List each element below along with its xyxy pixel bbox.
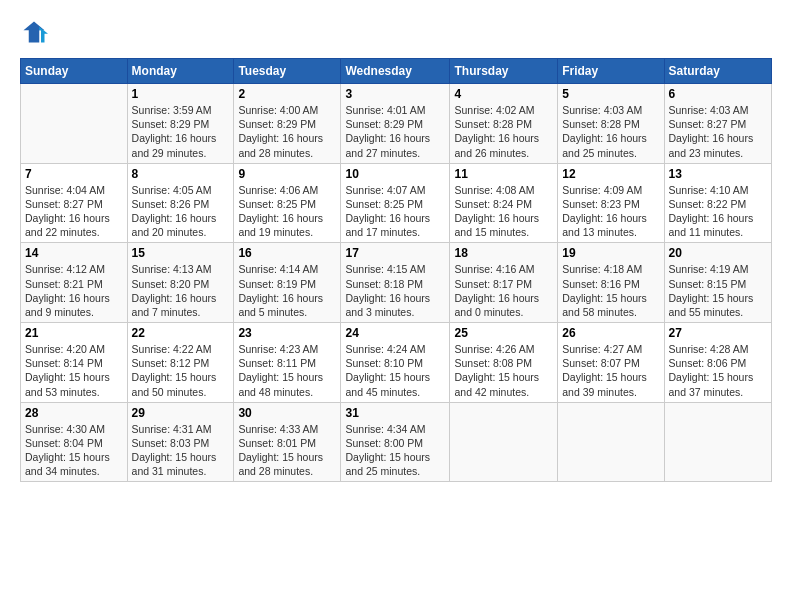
day-number: 21 <box>25 326 123 340</box>
day-number: 29 <box>132 406 230 420</box>
day-number: 28 <box>25 406 123 420</box>
day-details: Sunrise: 4:14 AM Sunset: 8:19 PM Dayligh… <box>238 262 336 319</box>
calendar-cell: 18Sunrise: 4:16 AM Sunset: 8:17 PM Dayli… <box>450 243 558 323</box>
week-row-2: 7Sunrise: 4:04 AM Sunset: 8:27 PM Daylig… <box>21 163 772 243</box>
day-number: 31 <box>345 406 445 420</box>
day-details: Sunrise: 4:03 AM Sunset: 8:28 PM Dayligh… <box>562 103 659 160</box>
day-details: Sunrise: 4:10 AM Sunset: 8:22 PM Dayligh… <box>669 183 767 240</box>
calendar-cell: 27Sunrise: 4:28 AM Sunset: 8:06 PM Dayli… <box>664 323 771 403</box>
calendar-cell: 7Sunrise: 4:04 AM Sunset: 8:27 PM Daylig… <box>21 163 128 243</box>
calendar-cell: 28Sunrise: 4:30 AM Sunset: 8:04 PM Dayli… <box>21 402 128 482</box>
logo-icon <box>20 18 48 46</box>
day-details: Sunrise: 4:24 AM Sunset: 8:10 PM Dayligh… <box>345 342 445 399</box>
day-number: 20 <box>669 246 767 260</box>
calendar-cell: 19Sunrise: 4:18 AM Sunset: 8:16 PM Dayli… <box>558 243 664 323</box>
day-number: 1 <box>132 87 230 101</box>
week-row-5: 28Sunrise: 4:30 AM Sunset: 8:04 PM Dayli… <box>21 402 772 482</box>
day-number: 4 <box>454 87 553 101</box>
calendar-cell: 21Sunrise: 4:20 AM Sunset: 8:14 PM Dayli… <box>21 323 128 403</box>
calendar-cell: 12Sunrise: 4:09 AM Sunset: 8:23 PM Dayli… <box>558 163 664 243</box>
day-details: Sunrise: 4:15 AM Sunset: 8:18 PM Dayligh… <box>345 262 445 319</box>
day-number: 6 <box>669 87 767 101</box>
calendar-cell: 8Sunrise: 4:05 AM Sunset: 8:26 PM Daylig… <box>127 163 234 243</box>
day-number: 13 <box>669 167 767 181</box>
day-details: Sunrise: 4:31 AM Sunset: 8:03 PM Dayligh… <box>132 422 230 479</box>
calendar-table: SundayMondayTuesdayWednesdayThursdayFrid… <box>20 58 772 482</box>
day-number: 5 <box>562 87 659 101</box>
day-details: Sunrise: 4:28 AM Sunset: 8:06 PM Dayligh… <box>669 342 767 399</box>
weekday-header-sunday: Sunday <box>21 59 128 84</box>
day-number: 12 <box>562 167 659 181</box>
week-row-1: 1Sunrise: 3:59 AM Sunset: 8:29 PM Daylig… <box>21 84 772 164</box>
calendar-cell: 25Sunrise: 4:26 AM Sunset: 8:08 PM Dayli… <box>450 323 558 403</box>
day-details: Sunrise: 4:30 AM Sunset: 8:04 PM Dayligh… <box>25 422 123 479</box>
calendar-cell: 24Sunrise: 4:24 AM Sunset: 8:10 PM Dayli… <box>341 323 450 403</box>
calendar-cell: 29Sunrise: 4:31 AM Sunset: 8:03 PM Dayli… <box>127 402 234 482</box>
day-number: 27 <box>669 326 767 340</box>
svg-marker-1 <box>39 27 48 43</box>
day-details: Sunrise: 4:07 AM Sunset: 8:25 PM Dayligh… <box>345 183 445 240</box>
calendar-cell: 9Sunrise: 4:06 AM Sunset: 8:25 PM Daylig… <box>234 163 341 243</box>
day-number: 17 <box>345 246 445 260</box>
day-number: 18 <box>454 246 553 260</box>
calendar-cell: 5Sunrise: 4:03 AM Sunset: 8:28 PM Daylig… <box>558 84 664 164</box>
day-details: Sunrise: 4:23 AM Sunset: 8:11 PM Dayligh… <box>238 342 336 399</box>
day-details: Sunrise: 4:20 AM Sunset: 8:14 PM Dayligh… <box>25 342 123 399</box>
calendar-cell: 23Sunrise: 4:23 AM Sunset: 8:11 PM Dayli… <box>234 323 341 403</box>
day-number: 2 <box>238 87 336 101</box>
day-details: Sunrise: 4:06 AM Sunset: 8:25 PM Dayligh… <box>238 183 336 240</box>
day-number: 14 <box>25 246 123 260</box>
calendar-cell: 4Sunrise: 4:02 AM Sunset: 8:28 PM Daylig… <box>450 84 558 164</box>
day-details: Sunrise: 4:00 AM Sunset: 8:29 PM Dayligh… <box>238 103 336 160</box>
calendar-cell <box>558 402 664 482</box>
calendar-cell: 14Sunrise: 4:12 AM Sunset: 8:21 PM Dayli… <box>21 243 128 323</box>
day-number: 19 <box>562 246 659 260</box>
day-details: Sunrise: 4:22 AM Sunset: 8:12 PM Dayligh… <box>132 342 230 399</box>
day-details: Sunrise: 4:27 AM Sunset: 8:07 PM Dayligh… <box>562 342 659 399</box>
day-details: Sunrise: 4:04 AM Sunset: 8:27 PM Dayligh… <box>25 183 123 240</box>
day-details: Sunrise: 4:26 AM Sunset: 8:08 PM Dayligh… <box>454 342 553 399</box>
calendar-cell: 31Sunrise: 4:34 AM Sunset: 8:00 PM Dayli… <box>341 402 450 482</box>
day-details: Sunrise: 4:13 AM Sunset: 8:20 PM Dayligh… <box>132 262 230 319</box>
day-details: Sunrise: 4:01 AM Sunset: 8:29 PM Dayligh… <box>345 103 445 160</box>
day-number: 26 <box>562 326 659 340</box>
weekday-header-friday: Friday <box>558 59 664 84</box>
day-number: 30 <box>238 406 336 420</box>
weekday-header-wednesday: Wednesday <box>341 59 450 84</box>
logo <box>20 18 50 46</box>
calendar-cell <box>664 402 771 482</box>
day-details: Sunrise: 4:02 AM Sunset: 8:28 PM Dayligh… <box>454 103 553 160</box>
calendar-cell <box>21 84 128 164</box>
calendar-cell: 2Sunrise: 4:00 AM Sunset: 8:29 PM Daylig… <box>234 84 341 164</box>
weekday-header-monday: Monday <box>127 59 234 84</box>
day-details: Sunrise: 4:05 AM Sunset: 8:26 PM Dayligh… <box>132 183 230 240</box>
day-number: 11 <box>454 167 553 181</box>
calendar-cell: 11Sunrise: 4:08 AM Sunset: 8:24 PM Dayli… <box>450 163 558 243</box>
weekday-header-saturday: Saturday <box>664 59 771 84</box>
day-details: Sunrise: 4:12 AM Sunset: 8:21 PM Dayligh… <box>25 262 123 319</box>
calendar-cell: 16Sunrise: 4:14 AM Sunset: 8:19 PM Dayli… <box>234 243 341 323</box>
day-number: 22 <box>132 326 230 340</box>
day-number: 16 <box>238 246 336 260</box>
day-details: Sunrise: 4:19 AM Sunset: 8:15 PM Dayligh… <box>669 262 767 319</box>
page: SundayMondayTuesdayWednesdayThursdayFrid… <box>0 0 792 492</box>
day-details: Sunrise: 4:09 AM Sunset: 8:23 PM Dayligh… <box>562 183 659 240</box>
weekday-header-tuesday: Tuesday <box>234 59 341 84</box>
day-number: 9 <box>238 167 336 181</box>
day-details: Sunrise: 4:34 AM Sunset: 8:00 PM Dayligh… <box>345 422 445 479</box>
weekday-header-row: SundayMondayTuesdayWednesdayThursdayFrid… <box>21 59 772 84</box>
calendar-cell: 6Sunrise: 4:03 AM Sunset: 8:27 PM Daylig… <box>664 84 771 164</box>
calendar-cell: 17Sunrise: 4:15 AM Sunset: 8:18 PM Dayli… <box>341 243 450 323</box>
day-details: Sunrise: 3:59 AM Sunset: 8:29 PM Dayligh… <box>132 103 230 160</box>
day-number: 15 <box>132 246 230 260</box>
day-number: 3 <box>345 87 445 101</box>
calendar-cell: 26Sunrise: 4:27 AM Sunset: 8:07 PM Dayli… <box>558 323 664 403</box>
calendar-cell: 3Sunrise: 4:01 AM Sunset: 8:29 PM Daylig… <box>341 84 450 164</box>
day-number: 24 <box>345 326 445 340</box>
calendar-cell <box>450 402 558 482</box>
calendar-cell: 20Sunrise: 4:19 AM Sunset: 8:15 PM Dayli… <box>664 243 771 323</box>
day-number: 10 <box>345 167 445 181</box>
week-row-4: 21Sunrise: 4:20 AM Sunset: 8:14 PM Dayli… <box>21 323 772 403</box>
calendar-cell: 10Sunrise: 4:07 AM Sunset: 8:25 PM Dayli… <box>341 163 450 243</box>
day-number: 25 <box>454 326 553 340</box>
